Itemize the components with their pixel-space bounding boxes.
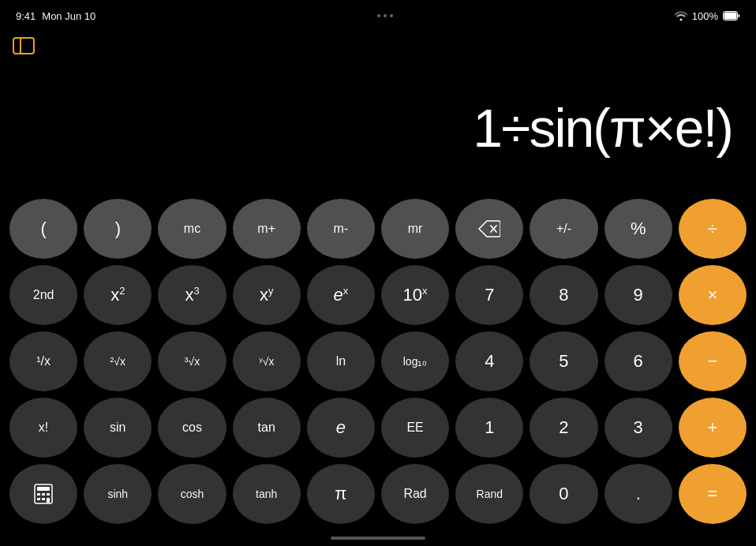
three-button[interactable]: 3 (604, 398, 672, 458)
wifi-icon (675, 11, 687, 21)
rand-label: Rand (477, 488, 503, 500)
ln-label: ln (336, 354, 346, 368)
mr-button[interactable]: mr (381, 199, 449, 259)
ee-label: EE (406, 421, 423, 435)
x-to-y-button[interactable]: xy (233, 265, 301, 325)
backspace-icon (478, 220, 500, 237)
log10-button[interactable]: log₁₀ (381, 331, 449, 391)
rad-button[interactable]: Rad (381, 464, 449, 524)
tan-button[interactable]: tan (233, 398, 301, 458)
percent-button[interactable]: % (604, 199, 672, 259)
tanh-label: tanh (256, 488, 277, 500)
multiply-button[interactable]: × (679, 265, 747, 325)
divide-button[interactable]: ÷ (679, 199, 747, 259)
e-to-x-label: ex (334, 285, 349, 305)
equals-label: = (707, 484, 717, 504)
ten-to-x-button[interactable]: 10x (381, 265, 449, 325)
decimal-button[interactable]: . (604, 464, 672, 524)
status-right: 100% (675, 10, 740, 22)
two-button[interactable]: 2 (530, 398, 597, 458)
cube-root-label: ³√x (185, 355, 200, 368)
six-button[interactable]: 6 (604, 331, 672, 391)
pi-button[interactable]: π (307, 464, 375, 524)
cosh-button[interactable]: cosh (158, 464, 226, 524)
mc-button[interactable]: mc (158, 199, 226, 259)
nine-label: 9 (634, 285, 643, 305)
mc-label: mc (184, 222, 200, 236)
e-to-x-button[interactable]: ex (307, 265, 375, 325)
close-paren-button[interactable]: ) (84, 199, 152, 259)
subtract-button[interactable]: − (679, 331, 747, 391)
one-label: 1 (485, 417, 494, 438)
svg-rect-6 (37, 493, 40, 496)
one-button[interactable]: 1 (455, 398, 523, 458)
multiply-label: × (707, 285, 717, 305)
m-plus-button[interactable]: m+ (233, 199, 301, 259)
equals-button[interactable]: = (679, 464, 747, 524)
eight-label: 8 (559, 285, 568, 305)
x-to-y-label: xy (260, 285, 274, 305)
mr-label: mr (408, 222, 423, 236)
two-label: 2 (559, 417, 568, 438)
status-bar: 9:41 Mon Jun 10 100% (0, 0, 756, 28)
zero-button[interactable]: 0 (530, 464, 597, 524)
svg-rect-9 (37, 498, 40, 500)
three-label: 3 (634, 417, 643, 438)
square-root-button[interactable]: ²√x (84, 331, 152, 391)
backspace-button[interactable] (455, 199, 523, 259)
m-minus-button[interactable]: m- (307, 199, 375, 259)
four-button[interactable]: 4 (455, 331, 523, 391)
m-plus-label: m+ (257, 222, 275, 236)
second-button[interactable]: 2nd (9, 265, 77, 325)
close-paren-label: ) (115, 219, 121, 239)
add-button[interactable]: + (679, 398, 747, 458)
svg-rect-5 (37, 487, 50, 491)
tanh-button[interactable]: tanh (233, 464, 301, 524)
five-button[interactable]: 5 (530, 331, 597, 391)
nine-button[interactable]: 9 (604, 265, 672, 325)
square-root-label: ²√x (110, 355, 125, 368)
open-paren-label: ( (40, 219, 46, 239)
calculator-mode-icon (32, 483, 54, 505)
x-cubed-label: x3 (185, 285, 199, 305)
cos-button[interactable]: cos (158, 398, 226, 458)
sinh-label: sinh (107, 488, 128, 500)
cos-label: cos (182, 421, 202, 435)
plus-minus-button[interactable]: +/- (530, 199, 597, 259)
status-date: Mon Jun 10 (42, 10, 95, 22)
open-paren-button[interactable]: ( (9, 199, 77, 259)
battery-percent: 100% (692, 10, 718, 22)
x-cubed-button[interactable]: x3 (158, 265, 226, 325)
five-label: 5 (559, 351, 568, 372)
add-label: + (707, 417, 717, 438)
svg-rect-1 (724, 13, 737, 20)
y-root-button[interactable]: ʸ√x (233, 331, 301, 391)
sinh-button[interactable]: sinh (84, 464, 152, 524)
button-grid: ( ) mc m+ m- mr +/- % (9, 199, 747, 524)
x-squared-button[interactable]: x2 (84, 265, 152, 325)
sin-button[interactable]: sin (84, 398, 152, 458)
rad-label: Rad (403, 487, 426, 501)
svg-rect-10 (42, 498, 45, 500)
ee-button[interactable]: EE (381, 398, 449, 458)
log10-label: log₁₀ (403, 355, 428, 368)
status-center-dots (377, 14, 393, 17)
calculator-mode-button[interactable] (9, 464, 77, 524)
euler-button[interactable]: e (307, 398, 375, 458)
factorial-button[interactable]: x! (9, 398, 77, 458)
home-indicator (331, 537, 425, 540)
ln-button[interactable]: ln (307, 331, 375, 391)
cube-root-button[interactable]: ³√x (158, 331, 226, 391)
plus-minus-label: +/- (556, 222, 571, 236)
reciprocal-label: ¹/x (36, 354, 51, 368)
seven-label: 7 (485, 285, 494, 305)
svg-rect-7 (42, 493, 45, 496)
reciprocal-button[interactable]: ¹/x (9, 331, 77, 391)
seven-button[interactable]: 7 (455, 265, 523, 325)
status-time: 9:41 (16, 10, 36, 22)
rand-button[interactable]: Rand (455, 464, 523, 524)
ten-to-x-label: 10x (403, 285, 428, 305)
pi-label: π (335, 484, 346, 504)
decimal-label: . (636, 484, 641, 504)
eight-button[interactable]: 8 (530, 265, 597, 325)
